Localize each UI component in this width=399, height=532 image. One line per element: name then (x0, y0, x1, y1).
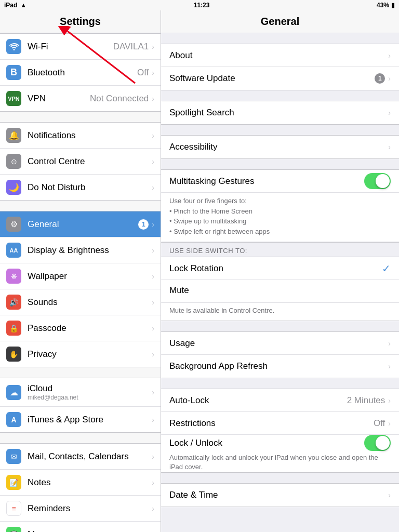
sidebar-item-wifi[interactable]: Wi-Fi DAVILA1 › (0, 34, 161, 60)
chevron-icon: › (388, 339, 391, 348)
sidebar-item-icloud[interactable]: ☁ iCloud miked@degaa.net › (0, 378, 161, 407)
multitasking-toggle[interactable] (364, 173, 391, 189)
softwareupdate-label: Software Update (169, 73, 375, 84)
icloud-subtitle: miked@degaa.net (28, 394, 152, 401)
messages-icon: 💬 (6, 527, 21, 532)
battery-label: 43% (377, 2, 389, 9)
sidebar-group-icloud: ☁ iCloud miked@degaa.net › A iTunes & Ap… (0, 378, 161, 433)
bluetooth-label: Bluetooth (28, 68, 137, 78)
wallpaper-label: Wallpaper (28, 271, 152, 282)
control-icon: ⊙ (6, 154, 21, 169)
sounds-label: Sounds (28, 297, 152, 308)
content-group-spotlight: Spotlight Search › (161, 101, 399, 125)
autolock-value: 2 Minutes (347, 395, 385, 406)
content-row-autolock[interactable]: Auto-Lock 2 Minutes › (161, 389, 399, 412)
content-row-about[interactable]: About › (161, 44, 399, 67)
sidebar-group-general: ⚙ General 1 › AA Display & Brightness › … (0, 211, 161, 367)
sidebar-item-control[interactable]: ⊙ Control Centre › (0, 149, 161, 175)
time-label: 11:23 (194, 2, 210, 9)
chevron-icon: › (152, 183, 154, 192)
content-row-spotlight[interactable]: Spotlight Search › (161, 101, 399, 124)
content-row-lockunlock[interactable]: Lock / Unlock Automatically lock and unl… (161, 435, 399, 472)
softwareupdate-badge: 1 (375, 73, 385, 84)
donotdisturb-icon: 🌙 (6, 180, 21, 195)
lockrotation-label: Lock Rotation (169, 263, 382, 274)
chevron-icon: › (388, 74, 391, 83)
content-group-lock: Auto-Lock 2 Minutes › Restrictions Off ›… (161, 389, 399, 472)
sideswitch-section-label: USE SIDE SWITCH TO: (161, 243, 399, 257)
chevron-icon: › (152, 246, 154, 255)
chevron-icon: › (388, 109, 391, 117)
lockrotation-checkmark: ✓ (382, 262, 391, 275)
sidebar-group-notifications: 🔔 Notifications › ⊙ Control Centre › 🌙 D… (0, 122, 161, 201)
lockunlock-description: Automatically lock and unlock your iPad … (169, 451, 391, 472)
sidebar-group-apps: ✉ Mail, Contacts, Calendars › 📝 Notes › … (0, 443, 161, 532)
chevron-icon: › (152, 478, 154, 487)
mail-icon: ✉ (6, 449, 21, 464)
privacy-label: Privacy (28, 349, 152, 360)
content-panel: General About › Software Update 1 › Spot… (161, 10, 399, 532)
sidebar-title: Settings (0, 10, 161, 33)
sidebar-item-vpn[interactable]: VPN VPN Not Connected › (0, 86, 161, 111)
sidebar-item-itunes[interactable]: A iTunes & App Store › (0, 407, 161, 432)
icloud-label: iCloud (28, 383, 152, 394)
mute-description: Mute is available in Control Centre. (161, 303, 399, 321)
wifi-icon (6, 39, 21, 54)
passcode-icon: 🔒 (6, 321, 21, 336)
content-group-accessibility: Accessibility › (161, 135, 399, 159)
icloud-icon: ☁ (6, 385, 21, 400)
mute-label: Mute (169, 285, 189, 297)
sidebar-item-wallpaper[interactable]: ❋ Wallpaper › (0, 263, 161, 289)
sidebar-item-sounds[interactable]: 🔊 Sounds › (0, 289, 161, 315)
notifications-label: Notifications (28, 130, 152, 141)
chevron-icon: › (388, 491, 391, 499)
sidebar-item-display[interactable]: AA Display & Brightness › (0, 237, 161, 263)
content-row-accessibility[interactable]: Accessibility › (161, 136, 399, 158)
chevron-icon: › (388, 51, 391, 60)
sidebar-item-reminders[interactable]: ≡ Reminders › (0, 496, 161, 522)
backgroundrefresh-label: Background App Refresh (169, 361, 388, 371)
bluetooth-icon: B (6, 65, 21, 80)
notifications-icon: 🔔 (6, 128, 21, 143)
display-label: Display & Brightness (28, 245, 152, 256)
restrictions-value: Off (374, 418, 385, 429)
content-group-about: About › Software Update 1 › (161, 44, 399, 90)
sidebar-item-notifications[interactable]: 🔔 Notifications › (0, 123, 161, 149)
content-row-restrictions[interactable]: Restrictions Off › (161, 412, 399, 435)
content-title: General (161, 10, 399, 33)
lockunlock-toggle[interactable] (364, 435, 391, 451)
sidebar-item-donotdisturb[interactable]: 🌙 Do Not Disturb › (0, 175, 161, 200)
passcode-label: Passcode (28, 323, 152, 334)
sidebar-group-network: Wi-Fi DAVILA1 › B Bluetooth Off › VPN VP… (0, 33, 161, 112)
sidebar-item-mail[interactable]: ✉ Mail, Contacts, Calendars › (0, 444, 161, 470)
multitasking-description: Use four or five fingers to: • Pinch to … (161, 193, 399, 242)
content-row-backgroundrefresh[interactable]: Background App Refresh › (161, 355, 399, 378)
itunes-label: iTunes & App Store (28, 415, 152, 425)
vpn-icon: VPN (6, 91, 21, 106)
spotlight-label: Spotlight Search (169, 108, 388, 118)
privacy-icon: ✋ (6, 347, 21, 362)
chevron-icon: › (152, 298, 154, 307)
vpn-value: Not Connected (90, 94, 149, 104)
sidebar-item-bluetooth[interactable]: B Bluetooth Off › (0, 60, 161, 86)
content-row-mute[interactable]: Mute (161, 280, 399, 303)
sounds-icon: 🔊 (6, 295, 21, 310)
content-row-datetime[interactable]: Date & Time › (161, 484, 399, 507)
sidebar-item-passcode[interactable]: 🔒 Passcode › (0, 315, 161, 341)
itunes-icon: A (6, 412, 21, 427)
sidebar: Settings Wi-Fi DAVILA1 › (0, 10, 161, 532)
content-row-multitasking[interactable]: Multitasking Gestures (161, 170, 399, 193)
accessibility-label: Accessibility (169, 142, 388, 152)
content-row-usage[interactable]: Usage › (161, 332, 399, 355)
chevron-icon: › (152, 220, 154, 229)
sidebar-item-messages[interactable]: 💬 Messages › (0, 522, 161, 532)
sidebar-item-general[interactable]: ⚙ General 1 › (0, 211, 161, 237)
sidebar-item-privacy[interactable]: ✋ Privacy › (0, 341, 161, 367)
sidebar-item-notes[interactable]: 📝 Notes › (0, 470, 161, 496)
content-group-multitasking: Multitasking Gestures Use four or five f… (161, 169, 399, 243)
general-label: General (28, 219, 138, 230)
content-row-softwareupdate[interactable]: Software Update 1 › (161, 67, 399, 90)
content-row-lockrotation[interactable]: Lock Rotation ✓ (161, 257, 399, 280)
status-bar: iPad ▲ 11:23 43% ▮ (0, 0, 399, 10)
chevron-icon: › (152, 272, 154, 281)
